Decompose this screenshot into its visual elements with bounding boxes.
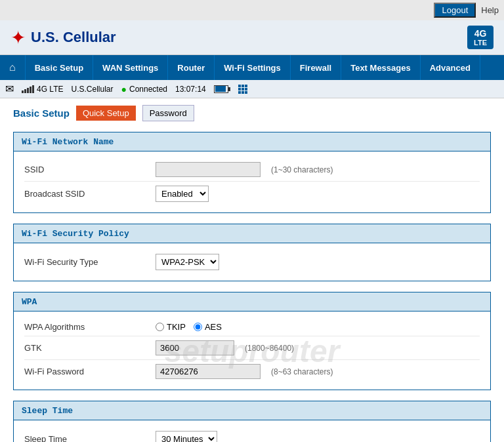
sleep-time-body: Sleep Time 30 Minutes 15 Minutes 1 Hour … [14, 420, 490, 442]
logout-button[interactable]: Logout [434, 3, 476, 18]
wifi-network-title: Wi-Fi Network Name [22, 137, 114, 147]
security-type-control: WPA2-PSK WPA-PSK None [156, 254, 219, 270]
broadcast-select[interactable]: Enabled Disabled [156, 186, 209, 202]
logo-text: U.S. Cellular [31, 29, 116, 46]
gtk-control: (1800~86400) [156, 340, 294, 355]
wpa-algo-label: WPA Algorithms [24, 322, 156, 332]
carrier-item: U.S.Cellular [71, 85, 113, 94]
battery-icon [214, 85, 230, 93]
tkip-text: TKIP [167, 322, 186, 332]
connected-text: Connected [129, 85, 167, 94]
nav-wan-settings[interactable]: WAN Settings [93, 55, 168, 80]
sleep-time-title: Sleep Time [22, 406, 73, 416]
gtk-hint: (1800~86400) [245, 344, 294, 353]
top-bar: Logout Help [0, 0, 504, 20]
sleep-time-label: Sleep Time [24, 434, 156, 442]
main-nav: ⌂ Basic Setup WAN Settings Router Wi-Fi … [0, 55, 504, 80]
signal-bars-icon [22, 85, 34, 93]
wifi-password-input[interactable] [156, 364, 261, 379]
wpa-algo-control: TKIP AES [156, 322, 222, 332]
security-type-row: Wi-Fi Security Type WPA2-PSK WPA-PSK Non… [24, 250, 480, 274]
status-bar: ✉ 4G LTE U.S.Cellular ● Connected 13:07:… [0, 80, 504, 98]
logo: ✦ U.S. Cellular [10, 27, 116, 49]
aes-radio-label[interactable]: AES [194, 322, 222, 332]
time-text: 13:07:14 [175, 85, 206, 94]
ssid-hint: (1~30 characters) [271, 165, 333, 174]
connected-dot-icon: ● [121, 84, 127, 94]
wpa-algo-row: WPA Algorithms TKIP AES [24, 318, 480, 336]
wpa-section: WPA setuprouter WPA Algorithms TKIP AES [13, 292, 491, 390]
nav-text-messages[interactable]: Text Messages [341, 55, 421, 80]
nav-basic-setup[interactable]: Basic Setup [26, 55, 93, 80]
nav-wifi-settings[interactable]: Wi-Fi Settings [215, 55, 291, 80]
security-type-label: Wi-Fi Security Type [24, 257, 156, 267]
nav-advanced[interactable]: Advanced [421, 55, 480, 80]
sleep-time-section: Sleep Time Sleep Time 30 Minutes 15 Minu… [13, 401, 491, 442]
nav-home-button[interactable]: ⌂ [0, 55, 26, 80]
sleep-time-control: 30 Minutes 15 Minutes 1 Hour Never [156, 431, 217, 442]
help-link[interactable]: Help [481, 5, 499, 15]
wpa-body: setuprouter WPA Algorithms TKIP AES GTK [14, 311, 490, 390]
nav-firewall[interactable]: Firewall [291, 55, 341, 80]
wifi-password-row: Wi-Fi Password (8~63 characters) [24, 360, 480, 383]
logo-star-icon: ✦ [10, 27, 26, 49]
sleep-time-row: Sleep Time 30 Minutes 15 Minutes 1 Hour … [24, 427, 480, 442]
nav-router[interactable]: Router [168, 55, 215, 80]
signal-item: 4G LTE [22, 85, 63, 94]
gtk-input[interactable] [156, 340, 234, 355]
broadcast-row: Broadcast SSID Enabled Disabled [24, 182, 480, 206]
wifi-security-body: Wi-Fi Security Type WPA2-PSK WPA-PSK Non… [14, 243, 490, 281]
ssid-row: SSID (1~30 characters) [24, 158, 480, 182]
grid-icon [238, 85, 247, 94]
password-button[interactable]: Password [142, 105, 194, 121]
connected-item: ● Connected [121, 84, 168, 94]
wifi-security-header: Wi-Fi Security Policy [14, 224, 490, 243]
wifi-network-header: Wi-Fi Network Name [14, 132, 490, 151]
signal-text: 4G LTE [37, 85, 63, 94]
broadcast-control: Enabled Disabled [156, 186, 209, 202]
wifi-network-body: SSID (1~30 characters) Broadcast SSID En… [14, 151, 490, 212]
ssid-control: (1~30 characters) [156, 162, 333, 177]
aes-radio[interactable] [194, 323, 202, 331]
wifi-password-control: (8~63 characters) [156, 364, 333, 379]
wifi-security-section: Wi-Fi Security Policy Wi-Fi Security Typ… [13, 224, 491, 281]
broadcast-label: Broadcast SSID [24, 189, 156, 199]
tkip-radio-label[interactable]: TKIP [156, 322, 186, 332]
battery-item [214, 85, 230, 93]
quick-setup-button[interactable]: Quick Setup [76, 106, 136, 121]
gtk-row: GTK (1800~86400) [24, 336, 480, 360]
page-content: Basic Setup Quick Setup Password Wi-Fi N… [0, 98, 504, 442]
page-header: Basic Setup Quick Setup Password [13, 105, 491, 121]
tkip-radio[interactable] [156, 323, 164, 331]
gtk-label: GTK [24, 343, 156, 353]
wifi-network-section: Wi-Fi Network Name SSID (1~30 characters… [13, 132, 491, 213]
wifi-password-hint: (8~63 characters) [271, 367, 333, 376]
aes-text: AES [205, 322, 222, 332]
header: ✦ U.S. Cellular 4G LTE [0, 20, 504, 55]
message-icon: ✉ [5, 83, 14, 95]
wifi-password-label: Wi-Fi Password [24, 367, 156, 376]
page-title: Basic Setup [13, 108, 70, 119]
message-icon-item: ✉ [5, 83, 14, 95]
lte-badge: 4G LTE [467, 26, 494, 49]
ssid-input[interactable] [156, 162, 261, 177]
sleep-time-select[interactable]: 30 Minutes 15 Minutes 1 Hour Never [156, 431, 217, 442]
wifi-security-title: Wi-Fi Security Policy [22, 229, 129, 239]
wpa-title: WPA [22, 297, 37, 307]
time-item: 13:07:14 [175, 85, 206, 94]
sleep-time-header: Sleep Time [14, 401, 490, 420]
grid-icon-item [238, 85, 247, 94]
wpa-header: WPA [14, 292, 490, 311]
carrier-text: U.S.Cellular [71, 85, 113, 94]
ssid-label: SSID [24, 165, 156, 174]
security-type-select[interactable]: WPA2-PSK WPA-PSK None [156, 254, 219, 270]
